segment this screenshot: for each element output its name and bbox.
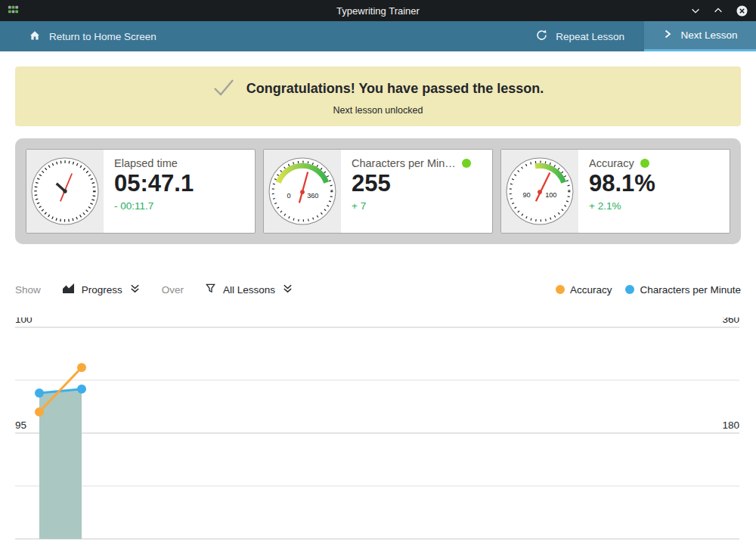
checkmark-icon xyxy=(212,78,235,101)
over-label: Over xyxy=(162,284,184,296)
lesson-filter-selector[interactable]: All Lessons xyxy=(205,283,293,296)
legend-item-accuracy: Accuracy xyxy=(556,284,612,296)
elapsed-time-delta: - 00:11.7 xyxy=(114,200,246,212)
graph-type-selector[interactable]: Progress xyxy=(62,283,141,296)
chart-controls: Show Progress Over All Lessons Accu xyxy=(15,278,741,301)
show-label: Show xyxy=(15,284,41,296)
titlebar: Typewriting Trainer xyxy=(0,0,756,21)
filter-icon xyxy=(205,283,216,296)
svg-text:360: 360 xyxy=(722,317,739,325)
area-chart-icon xyxy=(62,283,75,296)
accuracy-gauge-max: 100 xyxy=(545,191,556,199)
clock-icon xyxy=(26,150,104,233)
elapsed-time-value: 05:47.1 xyxy=(114,170,246,197)
cpm-status-dot xyxy=(462,159,471,168)
accuracy-gauge-icon: 90 100 xyxy=(501,150,578,233)
legend-item-cpm: Characters per Minute xyxy=(625,284,741,296)
stats-container: Elapsed time 05:47.1 - 00:11.7 0 360 xyxy=(15,138,741,244)
cpm-delta: + 7 xyxy=(352,200,483,212)
return-home-button[interactable]: Return to Home Screen xyxy=(0,21,156,51)
accuracy-label: Accuracy xyxy=(589,157,634,169)
double-chevron-down-icon xyxy=(129,283,141,296)
svg-text:100: 100 xyxy=(15,317,33,325)
chart-axis-labels: 10095360180 xyxy=(15,317,739,431)
svg-text:95: 95 xyxy=(15,419,26,431)
speed-gauge-max: 360 xyxy=(307,192,318,200)
progress-chart: 10095360180 xyxy=(0,317,756,551)
banner-subtitle: Next lesson unlocked xyxy=(333,105,423,116)
accuracy-value: 98.1% xyxy=(589,170,720,197)
elapsed-time-card: Elapsed time 05:47.1 - 00:11.7 xyxy=(26,149,256,234)
accuracy-gauge-min: 90 xyxy=(523,191,531,199)
pass-banner: Congratulations! You have passed the les… xyxy=(15,67,741,126)
banner-title: Congratulations! You have passed the les… xyxy=(246,81,544,97)
cpm-legend-label: Characters per Minute xyxy=(640,284,741,296)
cpm-legend-dot xyxy=(625,285,634,294)
next-lesson-button[interactable]: Next Lesson xyxy=(644,21,756,51)
nav-bar: Return to Home Screen Repeat Lesson Next… xyxy=(0,21,756,51)
lesson-filter-value: All Lessons xyxy=(223,284,275,296)
home-icon xyxy=(29,29,41,44)
cpm-value: 255 xyxy=(352,170,483,197)
cpm-label: Characters per Min… xyxy=(352,157,456,169)
speed-gauge-icon: 0 360 xyxy=(264,150,341,233)
next-lesson-label: Next Lesson xyxy=(680,29,737,41)
speed-gauge-min: 0 xyxy=(287,192,291,200)
svg-text:180: 180 xyxy=(722,419,739,431)
window-shade-icon[interactable] xyxy=(690,5,701,16)
accuracy-status-dot xyxy=(640,159,649,168)
return-home-label: Return to Home Screen xyxy=(49,31,156,42)
window-minimize-icon[interactable] xyxy=(713,5,723,16)
accuracy-legend-label: Accuracy xyxy=(570,284,612,296)
repeat-lesson-button[interactable]: Repeat Lesson xyxy=(516,21,644,51)
cpm-card: 0 360 Characters per Min… 255 + 7 xyxy=(263,149,493,234)
cpm-area xyxy=(39,389,82,539)
chart-grid xyxy=(15,327,739,539)
elapsed-time-label: Elapsed time xyxy=(114,157,178,169)
repeat-icon xyxy=(535,29,548,44)
repeat-lesson-label: Repeat Lesson xyxy=(556,31,624,42)
chart-legend: Accuracy Characters per Minute xyxy=(556,284,741,296)
window-close-icon[interactable] xyxy=(736,5,748,17)
double-chevron-down-icon xyxy=(282,283,293,296)
window-title: Typewriting Trainer xyxy=(0,5,756,17)
accuracy-delta: + 2.1% xyxy=(589,200,720,212)
accuracy-card: 90 100 Accuracy 98.1% + 2.1% xyxy=(500,149,730,234)
graph-type-value: Progress xyxy=(82,284,122,296)
next-icon xyxy=(662,29,673,42)
accuracy-legend-dot xyxy=(556,285,565,294)
